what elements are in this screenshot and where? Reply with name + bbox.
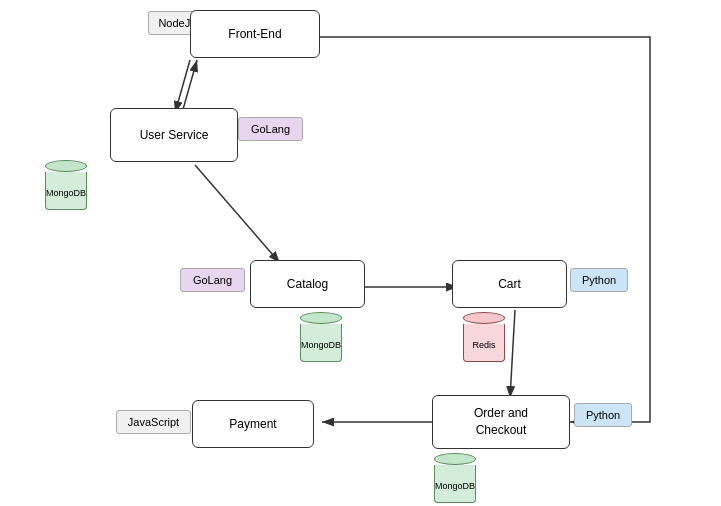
svg-line-3 [182,60,197,113]
golang-user-badge: GoLang [238,117,303,141]
mongodb-order-db: MongoDB [434,453,476,503]
cart-node: Cart [452,260,567,308]
golang-catalog-badge: GoLang [180,268,245,292]
svg-line-4 [195,165,280,263]
catalog-node: Catalog [250,260,365,308]
mongodb-catalog-db: MongoDB [300,312,342,362]
mongodb-user-db: MongoDB [45,160,87,210]
frontend-node: Front-End [190,10,320,58]
order-node: Order and Checkout [432,395,570,449]
python-cart-badge: Python [570,268,628,292]
svg-line-2 [175,60,190,113]
python-order-badge: Python [574,403,632,427]
diagram-container: NodeJS Front-End User Service GoLang Mon… [0,0,721,506]
payment-node: Payment [192,400,314,448]
redis-cart-db: Redis [463,312,505,362]
userservice-node: User Service [110,108,238,162]
svg-line-6 [510,310,515,398]
javascript-payment-badge: JavaScript [116,410,191,434]
arrows-svg [0,0,721,506]
